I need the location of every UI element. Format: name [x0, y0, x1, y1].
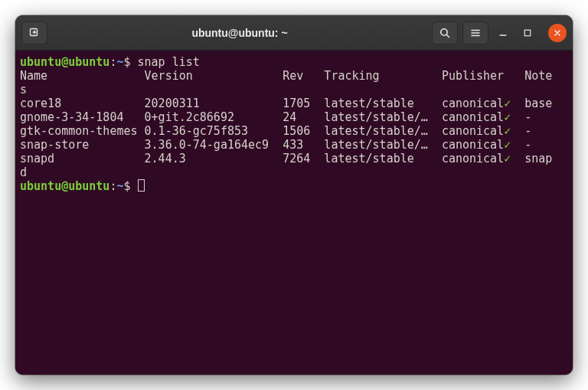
row-notes: -: [511, 124, 531, 138]
verified-check-icon: ✓: [504, 124, 511, 138]
prompt-dollar: $: [123, 179, 137, 193]
window-title: ubuntu@ubuntu: ~: [52, 27, 427, 39]
verified-check-icon: ✓: [504, 110, 511, 124]
table-header: Name Version Rev Tracking Publisher Note: [20, 69, 552, 83]
table-row: gnome-3-34-1804 0+git.2c86692 24 latest/…: [20, 110, 504, 124]
table-row: snapd 2.44.3 7264 latest/stable canonica…: [20, 152, 504, 166]
titlebar: ubuntu@ubuntu: ~: [15, 15, 573, 51]
new-tab-button[interactable]: [21, 21, 47, 44]
table-row: gtk-common-themes 0.1-36-gc75f853 1506 l…: [20, 124, 504, 138]
row-notes: -: [511, 110, 531, 124]
table-row: snap-store 3.36.0-74-ga164ec9 433 latest…: [20, 138, 504, 152]
verified-check-icon: ✓: [504, 152, 511, 166]
verified-check-icon: ✓: [504, 138, 511, 152]
terminal-window: ubuntu@ubuntu: ~ ub: [15, 15, 573, 375]
menu-button[interactable]: [462, 21, 488, 44]
row-notes: base: [511, 97, 552, 110]
row-wrap: d: [20, 166, 27, 179]
cursor: [138, 179, 145, 192]
prompt-user-host: ubuntu@ubuntu: [20, 55, 109, 69]
maximize-button[interactable]: [518, 23, 537, 43]
svg-rect-2: [524, 30, 531, 36]
table-row: core18 20200311 1705 latest/stable canon…: [20, 97, 504, 110]
search-button[interactable]: [432, 21, 458, 44]
prompt-user-host: ubuntu@ubuntu: [20, 179, 109, 193]
terminal-output[interactable]: ubuntu@ubuntu:~$ snap list Name Version …: [15, 51, 573, 375]
row-notes: -: [511, 138, 531, 152]
verified-check-icon: ✓: [504, 97, 511, 110]
row-notes: snap: [511, 152, 552, 166]
minimize-button[interactable]: [493, 23, 513, 43]
table-header-wrap: s: [20, 83, 27, 97]
prompt-dollar: $: [123, 55, 137, 69]
command-text: snap list: [138, 55, 200, 69]
close-button[interactable]: [548, 24, 567, 42]
